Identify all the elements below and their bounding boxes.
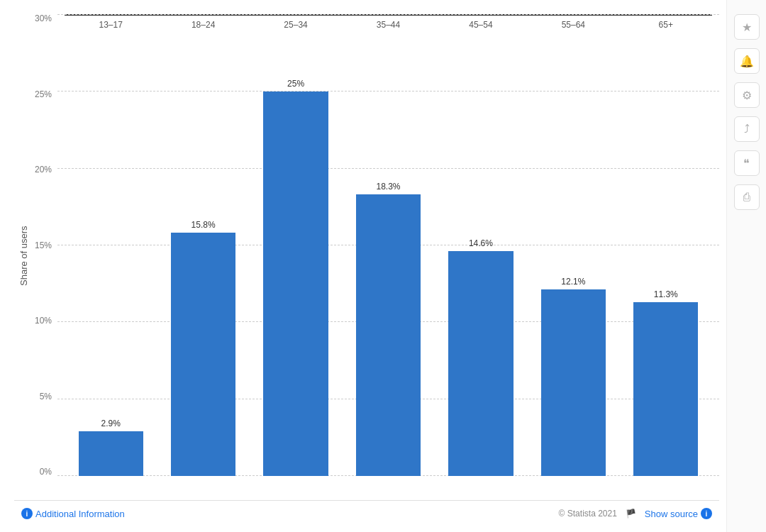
bar <box>79 431 143 476</box>
y-tick: 0% <box>29 467 57 476</box>
bar-value-label: 2.9% <box>101 419 121 428</box>
chart-plot: 0%5%10%15%20%25%30% 2.9%15.8%25%18.3%14.… <box>29 14 719 497</box>
bar-value-label: 25% <box>287 79 304 89</box>
y-tick: 15% <box>29 241 57 250</box>
show-source-label: Show source <box>645 509 698 519</box>
flag-icon: 🏴 <box>626 509 636 519</box>
chart-area: Share of users 0%5%10%15%20%25%30% 2.9%1… <box>14 14 719 497</box>
bar-group: 18.3% <box>342 14 434 476</box>
additional-info-link[interactable]: i Additional Information <box>21 508 125 519</box>
chart-inner: 0%5%10%15%20%25%30% 2.9%15.8%25%18.3%14.… <box>29 14 719 497</box>
y-axis-label: Share of users <box>14 14 29 497</box>
bottom-bar: i Additional Information © Statista 2021… <box>14 500 719 525</box>
sidebar: ★🔔⚙⤴❝⎙ <box>726 0 766 532</box>
star-icon[interactable]: ★ <box>734 14 760 40</box>
share-icon[interactable]: ⤴ <box>734 116 760 142</box>
y-tick: 5% <box>29 392 57 401</box>
bar <box>263 92 328 477</box>
bar-value-label: 14.6% <box>469 238 493 248</box>
bell-icon[interactable]: 🔔 <box>734 48 760 74</box>
bar-group: 2.9% <box>65 14 157 476</box>
bar-group: 12.1% <box>527 14 619 476</box>
bar-value-label: 12.1% <box>561 277 585 287</box>
bar <box>356 194 421 476</box>
bar-value-label: 15.8% <box>192 220 216 230</box>
y-tick: 30% <box>29 14 57 23</box>
bar <box>541 289 606 476</box>
source-info-icon: i <box>701 508 712 519</box>
y-tick: 20% <box>29 165 57 174</box>
bars-container: 2.9%15.8%25%18.3%14.6%12.1%11.3% <box>57 14 719 476</box>
bar <box>171 233 235 476</box>
bar <box>633 302 698 476</box>
show-source-link[interactable]: Show source i <box>645 508 712 519</box>
y-tick: 25% <box>29 90 57 99</box>
bar-group: 14.6% <box>435 14 527 476</box>
right-bottom: © Statista 2021 🏴 Show source i <box>559 508 712 519</box>
quote-icon[interactable]: ❝ <box>734 150 760 176</box>
gear-icon[interactable]: ⚙ <box>734 82 760 108</box>
bars-area: 2.9%15.8%25%18.3%14.6%12.1%11.3% 13–1718… <box>57 14 719 497</box>
y-ticks: 0%5%10%15%20%25%30% <box>29 14 57 497</box>
bar-value-label: 18.3% <box>376 182 400 192</box>
main-content: Share of users 0%5%10%15%20%25%30% 2.9%1… <box>0 0 726 532</box>
bar-group: 11.3% <box>620 14 712 476</box>
print-icon[interactable]: ⎙ <box>734 184 760 210</box>
info-icon: i <box>21 508 33 519</box>
bar-group: 25% <box>250 14 342 476</box>
y-tick: 10% <box>29 316 57 325</box>
bar-group: 15.8% <box>157 14 249 476</box>
bar-value-label: 11.3% <box>654 289 678 299</box>
additional-info-label: Additional Information <box>35 509 125 519</box>
bar <box>448 251 513 476</box>
statista-credit: © Statista 2021 <box>559 509 617 519</box>
